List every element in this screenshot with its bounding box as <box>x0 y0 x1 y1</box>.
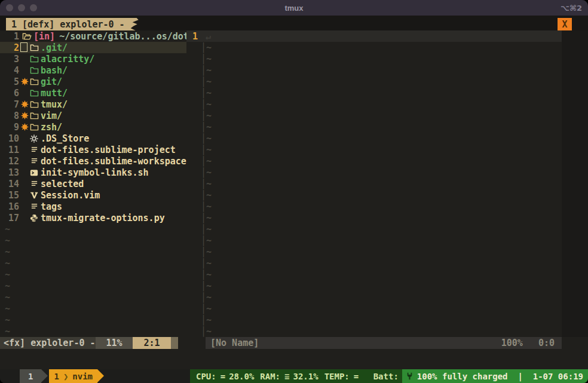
empty-line-row: │~ <box>186 303 562 314</box>
tilde-marker: ~ <box>0 235 10 246</box>
editor-content: 1[in]~/source/gitlab...os/dot-2.git/3ala… <box>0 30 588 337</box>
tmux-window-badge[interactable]: 1 ❯ nvim <box>49 369 97 383</box>
editor-pane[interactable]: 1↵│~│~│~│~│~│~│~│~│~│~│~│~│~│~│~│~│~│~│~… <box>186 30 562 337</box>
tilde-marker: ~ <box>0 292 10 303</box>
line-number: 9 <box>0 122 19 133</box>
tilde-marker: ~ <box>206 156 212 167</box>
tmux-window-name: nvim <box>72 372 93 381</box>
line-number: 1 <box>0 31 19 42</box>
tilde-marker: ~ <box>0 269 10 280</box>
window-title: tmux <box>0 4 588 13</box>
empty-line-row: │~ <box>186 280 562 292</box>
git-modified-star-icon <box>19 100 29 108</box>
tilde-marker: ~ <box>206 292 212 303</box>
defx-explorer-pane[interactable]: 1[in]~/source/gitlab...os/dot-2.git/3ala… <box>0 30 186 337</box>
window-separator-glyph: │ <box>186 201 206 212</box>
window-shortcut-badge: ⌥⌘2 <box>561 4 582 13</box>
empty-line-row: │~ <box>186 42 562 53</box>
tmux-session-badge[interactable]: 1 <box>20 369 41 383</box>
explorer-file-row[interactable]: 17tmux-migrate-options.py <box>0 212 186 223</box>
tilde-marker: ~ <box>206 99 212 110</box>
explorer-file-row[interactable]: 4bash/ <box>0 65 186 76</box>
empty-line-row: │~ <box>186 76 562 87</box>
explorer-file-row[interactable]: 5git/ <box>0 76 186 87</box>
window-separator-glyph: │ <box>186 145 206 155</box>
file-name: .DS_Store <box>41 133 89 144</box>
cpu-label: CPU: <box>196 372 216 381</box>
empty-line-row: │~ <box>186 292 562 303</box>
statusline-row: <fx] exploler-0 - 11% 2:1 [No Name] 100%… <box>0 337 588 349</box>
window-separator-glyph: │ <box>186 247 206 258</box>
tilde-marker: ~ <box>206 122 212 133</box>
explorer-file-row[interactable]: 7tmux/ <box>0 99 186 110</box>
editor-current-line[interactable]: 1↵ <box>186 30 562 42</box>
explorer-root-row[interactable]: 1[in]~/source/gitlab...os/dot- <box>0 30 186 42</box>
statusline-cursor-position: 2:1 <box>133 337 171 349</box>
empty-line-row: │~ <box>186 235 562 246</box>
vim-command-line[interactable] <box>0 349 588 369</box>
empty-line-row: │~ <box>186 110 562 121</box>
file-name: zsh/ <box>41 122 62 133</box>
window-separator-glyph: │ <box>186 133 206 144</box>
tab-close-button[interactable]: X <box>558 18 572 30</box>
folder-icon <box>29 111 39 120</box>
line-number: 4 <box>0 65 19 76</box>
list-icon <box>29 203 39 210</box>
explorer-file-row[interactable]: 13init-symbol-links.sh <box>0 167 186 178</box>
window-separator-glyph: │ <box>186 213 206 223</box>
file-name: Session.vim <box>41 190 100 201</box>
chevron-right-icon: ❯ <box>63 372 68 381</box>
temp-spacer <box>362 372 367 381</box>
tilde-marker: ~ <box>0 224 10 235</box>
tilde-marker: ~ <box>206 304 212 314</box>
statusline-end-block <box>171 337 178 349</box>
tilde-marker: ~ <box>206 315 212 326</box>
ram-gauge-icon: ≡ <box>284 372 289 381</box>
empty-line-row: ~ <box>0 326 186 337</box>
explorer-file-row[interactable]: 6mutt/ <box>0 87 186 99</box>
tilde-marker: ~ <box>206 235 212 246</box>
tilde-marker: ~ <box>206 133 212 144</box>
file-name: init-symbol-links.sh <box>41 167 149 178</box>
explorer-file-row[interactable]: 2.git/ <box>0 42 186 53</box>
battery-status: 100% fully charged <box>417 372 508 381</box>
empty-line-row: ~ <box>0 246 186 258</box>
empty-line-row: │~ <box>186 269 562 280</box>
empty-line-row: │~ <box>186 121 562 133</box>
tmux-window-index: 1 <box>54 372 59 381</box>
empty-line-row: ~ <box>0 223 186 235</box>
explorer-file-row[interactable]: 16tags <box>0 201 186 212</box>
vim-icon <box>29 191 39 200</box>
git-modified-star-icon <box>19 78 29 85</box>
tab-defx-explorer[interactable]: 1 [defx] exploler-0 - <box>6 18 139 30</box>
tilde-marker: ~ <box>206 88 212 99</box>
explorer-file-row[interactable]: 10.DS_Store <box>0 133 186 144</box>
battery-label: Batt: <box>373 372 399 381</box>
explorer-file-row[interactable]: 3alacritty/ <box>0 53 186 65</box>
window-separator-glyph: │ <box>186 122 206 133</box>
empty-line-row: │~ <box>186 178 562 189</box>
file-name: tmux-migrate-options.py <box>41 213 165 223</box>
window-separator-glyph: │ <box>186 76 206 87</box>
window-separator-glyph: │ <box>186 65 206 76</box>
folder-icon <box>29 54 39 63</box>
python-icon <box>29 214 39 222</box>
explorer-file-row[interactable]: 8vim/ <box>0 110 186 121</box>
git-branch-badge: [in] <box>33 31 55 42</box>
tilde-marker: ~ <box>206 145 212 155</box>
empty-line-row: │~ <box>186 326 562 337</box>
open-folder-icon <box>22 32 32 41</box>
window-separator-glyph: │ <box>186 292 206 303</box>
explorer-file-row[interactable]: 12dot-files.sublime-workspace <box>0 155 186 167</box>
line-number: 2 <box>0 42 19 53</box>
explorer-file-row[interactable]: 11dot-files.sublime-project <box>0 144 186 155</box>
explorer-file-row[interactable]: 9zsh/ <box>0 121 186 133</box>
tilde-marker: ~ <box>206 213 212 223</box>
explorer-file-row[interactable]: 14selected <box>0 178 186 189</box>
tilde-marker: ~ <box>206 326 212 337</box>
line-number: 5 <box>0 76 19 87</box>
gear-icon <box>29 134 39 143</box>
git-modified-star-icon <box>19 123 29 131</box>
explorer-file-row[interactable]: 15Session.vim <box>0 189 186 201</box>
window-separator-glyph: │ <box>186 54 206 65</box>
